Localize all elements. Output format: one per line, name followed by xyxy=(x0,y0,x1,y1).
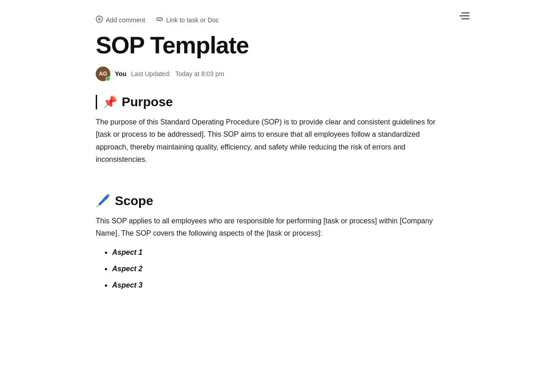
scope-heading-text: Scope xyxy=(115,194,153,208)
last-updated-label: Last Updated: xyxy=(131,70,170,77)
aspects-list: Aspect 1 Aspect 2 Aspect 3 xyxy=(96,247,451,291)
avatar: AG xyxy=(96,67,110,81)
aspect-2-item: Aspect 2 xyxy=(112,263,451,275)
author-row: AG You Last Updated: Today at 8:03 pm xyxy=(96,67,451,81)
svg-rect-2 xyxy=(461,18,470,20)
comment-icon xyxy=(96,15,103,24)
purpose-section: ⠿ 📌 Purpose The purpose of this Standard… xyxy=(96,95,451,165)
svg-rect-1 xyxy=(459,15,470,17)
document-title: SOP Template xyxy=(96,32,451,58)
author-name: You xyxy=(115,70,126,77)
aspect-1-item: Aspect 1 xyxy=(112,247,451,258)
purpose-heading: 📌 Purpose xyxy=(96,95,451,109)
purpose-emoji: 📌 xyxy=(103,95,117,109)
aspect-2-text: Aspect 2 xyxy=(112,265,143,273)
toolbar: Add comment Link to task or Doc xyxy=(96,9,451,29)
purpose-body: The purpose of this Standard Operating P… xyxy=(96,116,451,165)
online-badge xyxy=(106,77,110,81)
purpose-heading-text: Purpose xyxy=(122,95,173,109)
aspect-1-text: Aspect 1 xyxy=(112,248,143,256)
link-button[interactable]: Link to task or Doc xyxy=(156,15,219,24)
link-label: Link to task or Doc xyxy=(166,16,219,24)
outline-icon[interactable] xyxy=(459,12,470,22)
avatar-initials: AG xyxy=(99,71,107,77)
scope-section: 🖊️ Scope This SOP applies to all employe… xyxy=(96,194,451,291)
add-comment-button[interactable]: Add comment xyxy=(96,15,145,24)
last-updated-value: Today at 8:03 pm xyxy=(175,70,224,77)
link-icon xyxy=(156,15,163,24)
scope-emoji: 🖊️ xyxy=(96,194,110,208)
aspect-3-text: Aspect 3 xyxy=(112,281,143,289)
svg-rect-0 xyxy=(461,12,470,14)
aspect-3-item: Aspect 3 xyxy=(112,279,451,291)
add-comment-label: Add comment xyxy=(106,16,145,24)
scope-heading: 🖊️ Scope xyxy=(96,194,451,208)
scope-intro: This SOP applies to all employees who ar… xyxy=(96,215,451,239)
